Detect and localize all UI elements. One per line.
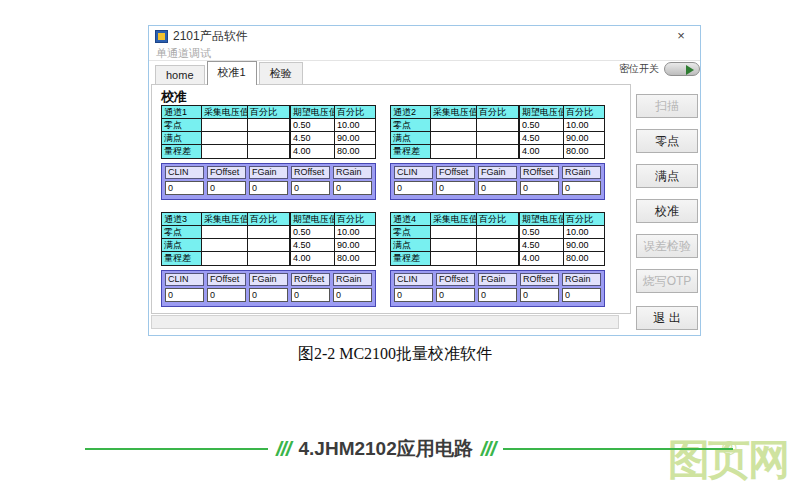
menu-item-single-channel-debug[interactable]: 单通道调试 (156, 46, 211, 61)
expected-voltage-cell[interactable]: 4.50 (290, 132, 335, 145)
calibrate-button[interactable]: 校准 (636, 199, 698, 223)
expected-percent-cell[interactable]: 90.00 (335, 132, 375, 145)
measured-percent-cell[interactable] (248, 132, 290, 145)
tab-calibration-1[interactable]: 校准1 (207, 61, 257, 85)
channel-group: 通道4 采集电压值 百分比 期望电压值 百分比 零点 0.50 10.00 满点… (390, 212, 605, 307)
cluster-value-input[interactable]: 0 (478, 181, 517, 195)
cluster-value-input[interactable]: 0 (436, 181, 475, 195)
cluster-value-input[interactable]: 0 (165, 288, 204, 302)
exit-button[interactable]: 退 出 (636, 306, 698, 330)
measured-voltage-cell[interactable] (202, 145, 248, 158)
toggle-arrow-icon (686, 65, 694, 75)
close-icon[interactable]: × (672, 28, 690, 43)
banner-line-right (503, 448, 733, 450)
cluster-label: RGain (333, 166, 372, 179)
cluster-value-input[interactable]: 0 (333, 288, 372, 302)
app-icon (155, 30, 168, 43)
expected-percent-cell[interactable]: 10.00 (564, 119, 604, 132)
zero-point-button[interactable]: 零点 (636, 129, 698, 153)
tab-bar: home 校准1 检验 (151, 64, 631, 85)
cluster-value-input[interactable]: 0 (291, 288, 330, 302)
cluster-value-input[interactable]: 0 (249, 288, 288, 302)
burn-otp-button[interactable]: 烧写OTP (636, 269, 698, 293)
expected-percent-cell[interactable]: 10.00 (564, 226, 604, 239)
expected-percent-cell[interactable]: 10.00 (335, 226, 375, 239)
expected-percent-cell[interactable]: 90.00 (564, 239, 604, 252)
cluster-value-input[interactable]: 0 (394, 288, 433, 302)
cluster-value-input[interactable]: 0 (520, 181, 559, 195)
expected-voltage-cell[interactable]: 0.50 (290, 119, 335, 132)
cluster-value-input[interactable]: 0 (207, 288, 246, 302)
cluster-label: CLIN (165, 273, 204, 286)
channel-group: 通道2 采集电压值 百分比 期望电压值 百分比 零点 0.50 10.00 满点… (390, 105, 605, 200)
measured-voltage-cell[interactable] (431, 226, 477, 239)
measured-voltage-cell[interactable] (431, 239, 477, 252)
measured-percent-cell[interactable] (248, 226, 290, 239)
tab-home[interactable]: home (155, 65, 205, 85)
measured-percent-cell[interactable] (477, 226, 519, 239)
expected-voltage-cell[interactable]: 4.00 (519, 145, 564, 158)
cluster-value-input[interactable]: 0 (520, 288, 559, 302)
measured-percent-cell[interactable] (477, 239, 519, 252)
measured-voltage-cell[interactable] (431, 119, 477, 132)
measured-percent-cell[interactable] (248, 252, 290, 265)
full-point-button[interactable]: 满点 (636, 164, 698, 188)
cluster-value-input[interactable]: 0 (436, 288, 475, 302)
cluster-value-input[interactable]: 0 (562, 181, 601, 195)
expected-voltage-cell[interactable]: 4.00 (290, 252, 335, 265)
cluster-value-input[interactable]: 0 (394, 181, 433, 195)
measured-voltage-cell[interactable] (202, 226, 248, 239)
expected-voltage-cell[interactable]: 0.50 (519, 119, 564, 132)
measured-percent-cell[interactable] (248, 239, 290, 252)
cluster-value-input[interactable]: 0 (478, 288, 517, 302)
expected-voltage-cell[interactable]: 4.50 (519, 132, 564, 145)
row-label: 满点 (391, 239, 431, 252)
expected-voltage-cell[interactable]: 4.50 (519, 239, 564, 252)
cluster-label: RGain (333, 273, 372, 286)
cluster-value-input[interactable]: 0 (249, 181, 288, 195)
measured-voltage-cell[interactable] (202, 252, 248, 265)
expected-voltage-cell[interactable]: 0.50 (290, 226, 335, 239)
measured-voltage-cell[interactable] (431, 145, 477, 158)
cluster-label: CLIN (394, 273, 433, 286)
expected-voltage-cell[interactable]: 4.50 (290, 239, 335, 252)
expected-voltage-cell[interactable]: 0.50 (519, 226, 564, 239)
cluster-label: FOffset (436, 166, 475, 179)
section-banner: /// 4.JHM2102应用电路 /// (85, 434, 733, 464)
column-header: 期望电压值 (290, 213, 335, 226)
cluster-value-input[interactable]: 0 (333, 181, 372, 195)
expected-percent-cell[interactable]: 90.00 (335, 239, 375, 252)
cluster-value-input[interactable]: 0 (562, 288, 601, 302)
cluster-label: FOffset (207, 273, 246, 286)
expected-voltage-cell[interactable]: 4.00 (519, 252, 564, 265)
row-label: 量程差 (391, 145, 431, 158)
error-check-button[interactable]: 误差检验 (636, 234, 698, 258)
expected-percent-cell[interactable]: 80.00 (564, 145, 604, 158)
tab-inspection[interactable]: 检验 (259, 62, 303, 85)
cluster-value-input[interactable]: 0 (165, 181, 204, 195)
measured-percent-cell[interactable] (477, 119, 519, 132)
measured-voltage-cell[interactable] (202, 119, 248, 132)
cluster-value-input[interactable]: 0 (207, 181, 246, 195)
measured-voltage-cell[interactable] (431, 252, 477, 265)
expected-percent-cell[interactable]: 10.00 (335, 119, 375, 132)
coefficient-cluster: CLIN FOffset FGain ROffset RGain 0 0 0 0… (161, 270, 376, 307)
expected-voltage-cell[interactable]: 4.00 (290, 145, 335, 158)
measured-percent-cell[interactable] (248, 119, 290, 132)
scan-button[interactable]: 扫描 (636, 94, 698, 118)
toggle-switch[interactable] (664, 62, 700, 76)
expected-percent-cell[interactable]: 80.00 (335, 145, 375, 158)
row-label: 满点 (391, 132, 431, 145)
measured-percent-cell[interactable] (477, 252, 519, 265)
column-header: 采集电压值 (202, 106, 248, 119)
cluster-value-input[interactable]: 0 (291, 181, 330, 195)
measured-voltage-cell[interactable] (202, 239, 248, 252)
measured-voltage-cell[interactable] (202, 132, 248, 145)
expected-percent-cell[interactable]: 80.00 (335, 252, 375, 265)
measured-voltage-cell[interactable] (431, 132, 477, 145)
expected-percent-cell[interactable]: 90.00 (564, 132, 604, 145)
measured-percent-cell[interactable] (477, 145, 519, 158)
measured-percent-cell[interactable] (477, 132, 519, 145)
expected-percent-cell[interactable]: 80.00 (564, 252, 604, 265)
measured-percent-cell[interactable] (248, 145, 290, 158)
